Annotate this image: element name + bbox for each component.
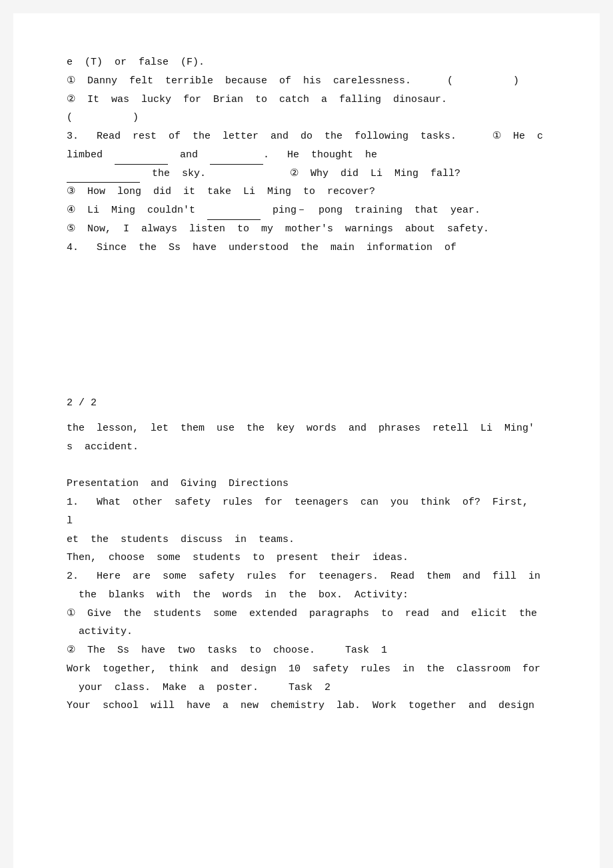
section-top: e (T) or false (F). ① Danny felt terribl…: [67, 53, 546, 257]
line-p1c: Then, choose some students to present th…: [67, 549, 546, 567]
page-gap: [67, 261, 546, 367]
line-q2b: ( ): [67, 109, 546, 127]
line-e: e (T) or false (F).: [67, 53, 546, 72]
line-q3-header: 3. Read rest of the letter and do the fo…: [67, 127, 546, 146]
line-sky: the sky. ② Why did Li Ming fall?: [67, 165, 546, 183]
line-p2a: 2. Here are some safety rules for teenag…: [67, 567, 546, 586]
line-s1: the lesson, let them use the key words a…: [67, 419, 546, 438]
line-q4: ④ Li Ming couldn't ping－ pong training t…: [67, 201, 546, 220]
document-page: e (T) or false (F). ① Danny felt terribl…: [13, 13, 600, 868]
section-bottom: the lesson, let them use the key words a…: [67, 419, 546, 715]
line-q3: ③ How long did it take Li Ming to recove…: [67, 183, 546, 201]
line-q4-intro: 4. Since the Ss have understood the main…: [67, 239, 546, 257]
line-task2: Your school will have a new chemistry la…: [67, 697, 546, 715]
line-presentation-header: Presentation and Giving Directions: [67, 475, 546, 493]
line-q1: ① Danny felt terrible because of his car…: [67, 72, 546, 91]
line-act1b: activity.: [67, 623, 546, 641]
line-act2: ② The Ss have two tasks to choose. Task …: [67, 641, 546, 660]
line-p1b: et the students discuss in teams.: [67, 531, 546, 549]
line-act1a: ① Give the students some extended paragr…: [67, 605, 546, 623]
line-p1a: 1. What other safety rules for teenagers…: [67, 493, 546, 531]
line-p2b: the blanks with the words in the box. Ac…: [67, 586, 546, 605]
line-q5: ⑤ Now, I always listen to my mother's wa…: [67, 220, 546, 239]
line-s2: s accident.: [67, 438, 546, 457]
line-climbed: limbed and . He thought he: [67, 146, 546, 165]
page-number: 2 / 2: [67, 394, 546, 413]
line-task1b: your class. Make a poster. Task 2: [67, 679, 546, 697]
line-task1a: Work together, think and design 10 safet…: [67, 660, 546, 679]
line-q2a: ② It was lucky for Brian to catch a fall…: [67, 91, 546, 109]
